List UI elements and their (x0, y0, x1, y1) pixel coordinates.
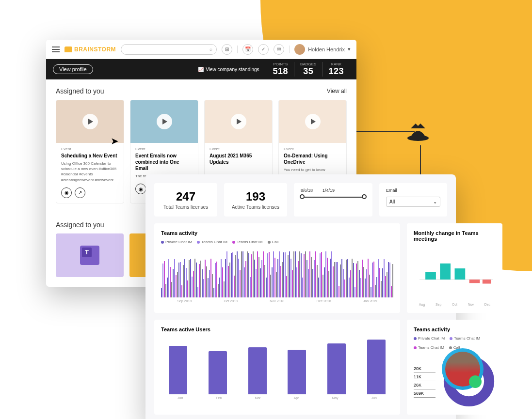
stats-bar: View profile 📈View company standings POI… (46, 59, 356, 79)
monthly-change-chart: Monthly change in Teams meetings AugSepO… (407, 223, 502, 313)
grid-icon[interactable]: ⊞ (222, 44, 232, 55)
svg-rect-2 (425, 272, 436, 279)
kpi-total-licenses: 247Total Teams licenses (154, 183, 217, 217)
svg-rect-5 (469, 279, 480, 283)
calendar-icon[interactable]: 📅 (242, 44, 253, 55)
propeller-cap-icon (401, 119, 435, 147)
play-icon (231, 114, 246, 129)
brand-logo: BRAINSTORM (64, 46, 116, 53)
share-button[interactable]: ↗ (75, 187, 85, 198)
cursor-icon: ➤ (111, 135, 119, 147)
chat-avatar-badge[interactable] (442, 348, 484, 390)
chevron-down-icon: ⌄ (433, 199, 437, 204)
check-icon[interactable]: ✓ (258, 44, 269, 55)
teams-activity-chart: Teams activity Private Chat IMTeams Chat… (154, 223, 400, 313)
view-standings-link[interactable]: 📈View company standings (198, 67, 259, 72)
play-icon (157, 114, 172, 129)
mail-icon[interactable]: ✉ (274, 44, 284, 55)
view-profile-button[interactable]: View profile (53, 64, 93, 74)
teams-tile[interactable] (56, 233, 124, 277)
rank-value: 123 (328, 66, 344, 77)
teams-icon (80, 246, 99, 265)
points-value: 518 (273, 66, 289, 77)
section-title: Assigned to you (56, 87, 104, 95)
top-header: BRAINSTORM ⌕ ⊞ 📅 ✓ ✉ Holden Hendrix ▾ (46, 40, 356, 59)
slider-handle-end[interactable] (362, 194, 367, 199)
email-filter-select[interactable]: All⌄ (386, 197, 440, 207)
view-all-link[interactable]: View all (327, 88, 347, 94)
bookmark-button[interactable]: ◉ (135, 184, 146, 194)
chart-icon: 📈 (198, 67, 204, 72)
slider-handle-start[interactable] (300, 194, 305, 199)
analytics-panel: 247Total Teams licenses 193Active Teams … (145, 174, 456, 419)
status-online-icon (469, 375, 482, 388)
menu-icon[interactable] (52, 47, 60, 52)
active-users-chart: Teams active Users JanFebMarAprMayJun (154, 320, 400, 415)
svg-point-0 (407, 135, 429, 141)
search-input[interactable]: ⌕ (121, 44, 217, 55)
play-icon (82, 114, 98, 129)
kpi-active-licenses: 193Active Teams licenses (224, 183, 287, 217)
section-title: Assigned to you (56, 221, 104, 229)
badges-value: 35 (300, 66, 316, 77)
chevron-down-icon: ▾ (348, 46, 351, 52)
user-menu[interactable]: Holden Hendrix ▾ (294, 44, 351, 55)
date-range-slider[interactable]: 8/6/181/4/19 (294, 183, 372, 217)
search-icon: ⌕ (210, 47, 212, 52)
svg-rect-6 (483, 279, 491, 283)
play-icon (305, 114, 321, 129)
svg-rect-3 (440, 264, 451, 279)
avatar (294, 44, 305, 55)
bookmark-button[interactable]: ◉ (61, 187, 72, 198)
svg-rect-4 (455, 268, 466, 279)
content-card[interactable]: ➤ EventScheduling a New EventUsing Offic… (56, 100, 124, 203)
